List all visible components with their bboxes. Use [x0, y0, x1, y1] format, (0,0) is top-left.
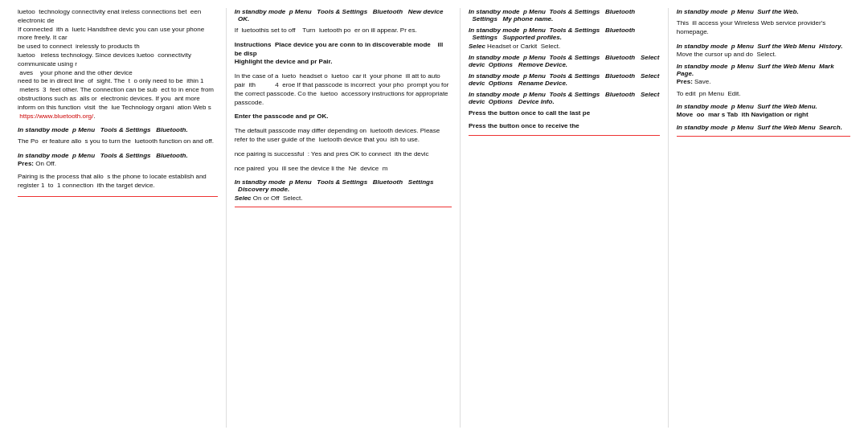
col4-standby1: In standby mode p Menu Surf the Web.: [677, 8, 850, 15]
col4-standby2-title: In standby mode: [677, 43, 728, 50]
default-passcode-section: The default passcode may differ dependin…: [235, 127, 452, 145]
wireless-info-section: This ill access your Wireless Web servic…: [677, 19, 850, 37]
press-call-section: Press the button once to call the last p…: [469, 109, 660, 117]
col4-standby1-path: Menu Surf the Web.: [737, 8, 799, 15]
col3-standby1: In standby mode p Menu Tools & Settings …: [469, 8, 660, 23]
headset-case-section: In the case of a lueto headset o luetoo …: [235, 72, 452, 107]
enter-passcode-section: Enter the passcode and pr OK.: [235, 113, 452, 121]
column-1: luetoo technology connectivity enat irel…: [10, 8, 227, 428]
power-feature-text: The Po er feature allo s you to turn the…: [18, 137, 218, 146]
col3-standby3: In standby mode p Menu Tools & Settings …: [469, 54, 660, 68]
intro-section: luetoo technology connectivity enat irel…: [18, 8, 218, 121]
col2-divider: [235, 207, 452, 207]
col4-standby1-title: In standby mode: [677, 8, 728, 15]
enter-passcode-text: Enter the passcode and pr OK.: [235, 113, 452, 121]
col3-standby4-label: In standby mode p Menu Tools & Settings …: [469, 72, 660, 87]
col2-standby-title: In standby mode: [235, 8, 286, 15]
col3-standby2-p: p: [523, 27, 527, 34]
col4-standby4-label: In standby mode p Menu Surf the Web Menu…: [677, 103, 850, 110]
col4-standby1-p: p: [731, 8, 735, 15]
press-save-text: Pres: Save.: [677, 78, 850, 87]
standby2-p: p: [72, 152, 76, 159]
col4-standby2-path: Menu Surf the Web Menu History.: [737, 43, 843, 50]
col3-standby2-title: In standby mode: [469, 27, 520, 34]
power-feature-section: The Po er feature allo s you to turn the…: [18, 137, 218, 146]
col2-standby-top: In standby mode p Menu Tools & Settings …: [235, 8, 452, 23]
col3-standby2: In standby mode p Menu Tools & Settings …: [469, 27, 660, 50]
col4-standby4-title: In standby mode: [677, 103, 728, 110]
col4-standby3-title: In standby mode: [677, 63, 728, 70]
col4-standby4-path: Menu Surf the Web Menu.: [737, 103, 817, 110]
standby1-section: In standby mode p Menu Tools & Settings …: [18, 126, 218, 133]
col4-standby4: In standby mode p Menu Surf the Web Menu…: [677, 103, 850, 120]
standby2-section: In standby mode p Menu Tools & Settings …: [18, 152, 218, 169]
col3-standby1-p: p: [523, 8, 527, 15]
col4-standby5-path: Menu Surf the Web Menu Search.: [737, 124, 842, 131]
paired-see-section: nce paired you ill see the device li the…: [235, 165, 452, 174]
standby1-p: p: [72, 126, 76, 133]
col3-standby5-title: In standby mode: [469, 91, 520, 98]
col3-standby5-p: p: [523, 91, 527, 98]
standby2-title: In standby mode: [18, 152, 69, 159]
col3-standby3-p: p: [523, 54, 527, 61]
instructions-section: Instructions Place device you are conn t…: [235, 41, 452, 67]
press-receive-text: Press the button once to receive the: [469, 122, 660, 129]
col3-standby2-label: In standby mode p Menu Tools & Settings …: [469, 27, 660, 41]
press-call-text: Press the button once to call the last p…: [469, 109, 660, 117]
col2-standby-p: p: [289, 8, 293, 15]
standby1-path: Menu Tools & Settings Bluetooth.: [78, 126, 188, 133]
pairing-success-text: nce pairing is successful : Yes and pres…: [235, 150, 452, 159]
pairing-intro-section: Pairing is the process that allo s the p…: [18, 173, 218, 190]
col4-divider: [677, 136, 850, 137]
headset-case-text: In the case of a lueto headset o luetoo …: [235, 72, 452, 107]
col4-standby5: In standby mode p Menu Surf the Web Menu…: [677, 124, 850, 131]
col3-standby3-label: In standby mode p Menu Tools & Settings …: [469, 54, 660, 68]
to-edit-text: To edit pn Menu Edit.: [677, 90, 850, 99]
wireless-info-text: This ill access your Wireless Web servic…: [677, 19, 850, 37]
column-3: In standby mode p Menu Tools & Settings …: [461, 8, 669, 428]
col3-standby5-label: In standby mode p Menu Tools & Settings …: [469, 91, 660, 105]
move-bookmarks-text: Move oo mar s Tab ith Navigation or righ…: [677, 111, 850, 120]
col3-standby1-title: In standby mode: [469, 8, 520, 15]
col4-standby5-label: In standby mode p Menu Surf the Web Menu…: [677, 124, 850, 131]
press-receive-section: Press the button once to receive the: [469, 122, 660, 129]
standby2-path: Menu Tools & Settings Bluetooth.: [78, 152, 188, 159]
col3-standby1-label: In standby mode p Menu Tools & Settings …: [469, 8, 660, 23]
col4-standby2-p: p: [731, 43, 735, 50]
col3-standby4-p: p: [523, 72, 527, 80]
select-on-off: Selec On or Off Select.: [235, 194, 452, 202]
select-headset: Selec Headset or Carkit Select.: [469, 43, 660, 50]
column-2: In standby mode p Menu Tools & Settings …: [227, 8, 461, 428]
bluetooth-link[interactable]: https://www.bluetooth.org/: [19, 113, 93, 120]
col4-standby3-p: p: [731, 63, 735, 70]
col3-standby4-title: In standby mode: [469, 72, 520, 80]
default-passcode-text: The default passcode may differ dependin…: [235, 127, 452, 145]
col3-standby5: In standby mode p Menu Tools & Settings …: [469, 91, 660, 105]
content-columns: luetoo technology connectivity enat irel…: [10, 8, 858, 428]
pairing-success-section: nce pairing is successful : Yes and pres…: [235, 150, 452, 159]
col3-standby3-title: In standby mode: [469, 54, 520, 61]
move-cursor-text: Move the cursor up and do Select.: [677, 51, 850, 59]
col2-standby2-title: In standby mode: [235, 178, 286, 186]
col3-divider: [469, 135, 660, 136]
col2-standby2-section: In standby mode p Menu Tools & Settings …: [235, 178, 452, 202]
standby2-label: In standby mode p Menu Tools & Settings …: [18, 152, 218, 159]
if-luetooth-section: If luetoothis set to off Turn luetooth p…: [235, 27, 452, 35]
intro-text: luetoo technology connectivity enat irel…: [18, 8, 218, 121]
col4-standby4-p: p: [731, 103, 735, 110]
if-luetooth-text: If luetoothis set to off Turn luetooth p…: [235, 27, 452, 35]
col4-standby3: In standby mode p Menu Surf the Web Menu…: [677, 63, 850, 99]
col2-standby-label: In standby mode p Menu Tools & Settings …: [235, 8, 452, 23]
col4-standby5-p: p: [731, 124, 735, 131]
col4-standby1-label: In standby mode p Menu Surf the Web.: [677, 8, 850, 15]
paired-see-text: nce paired you ill see the device li the…: [235, 165, 452, 174]
column-4: In standby mode p Menu Surf the Web. Thi…: [669, 8, 858, 428]
col4-standby5-title: In standby mode: [677, 124, 728, 131]
press-on-off: Pres: On Off.: [18, 160, 218, 169]
col2-standby2-label: In standby mode p Menu Tools & Settings …: [235, 178, 452, 193]
instructions-header: Instructions Place device you are conn t…: [235, 41, 452, 67]
col4-standby2: In standby mode p Menu Surf the Web Menu…: [677, 43, 850, 59]
col3-standby4: In standby mode p Menu Tools & Settings …: [469, 72, 660, 87]
col4-standby2-label: In standby mode p Menu Surf the Web Menu…: [677, 43, 850, 50]
page: luetoo technology connectivity enat irel…: [0, 0, 868, 434]
